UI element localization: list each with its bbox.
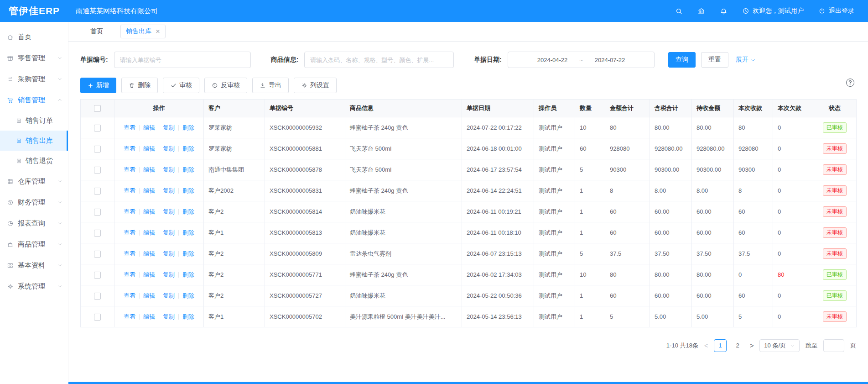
export-button[interactable]: 导出	[252, 78, 289, 93]
next-page-button[interactable]: >	[750, 342, 754, 349]
view-link[interactable]: 查看	[124, 229, 135, 237]
sidebar-item-basic[interactable]: 基本资料	[0, 255, 68, 276]
row-checkbox[interactable]	[94, 125, 101, 132]
delete-link[interactable]: 删除	[182, 124, 194, 132]
chevron-down-icon	[57, 76, 62, 82]
copy-link[interactable]: 复制	[163, 229, 175, 237]
expand-button[interactable]: 展开	[736, 56, 756, 64]
delete-link[interactable]: 删除	[182, 166, 194, 174]
delete-link[interactable]: 删除	[182, 187, 194, 195]
delete-link[interactable]: 删除	[182, 271, 194, 279]
delete-link[interactable]: 删除	[182, 313, 194, 321]
page-button-2[interactable]: 2	[731, 339, 744, 352]
logout-button[interactable]: 退出登录	[818, 7, 854, 15]
close-icon[interactable]: ✕	[156, 28, 160, 35]
copy-link[interactable]: 复制	[163, 166, 175, 174]
header-checkbox-cell	[81, 100, 114, 117]
row-checkbox[interactable]	[94, 230, 101, 237]
edit-link[interactable]: 编辑	[143, 208, 155, 216]
copy-link[interactable]: 复制	[163, 145, 175, 153]
copy-link[interactable]: 复制	[163, 187, 175, 195]
sidebar-subitem[interactable]: 销售订单	[0, 110, 68, 131]
view-link[interactable]: 查看	[124, 166, 135, 174]
view-link[interactable]: 查看	[124, 145, 135, 153]
edit-link[interactable]: 编辑	[143, 271, 155, 279]
unaudit-button[interactable]: 反审核	[204, 78, 247, 93]
column-settings-button[interactable]: 列设置	[294, 78, 337, 93]
delete-link[interactable]: 删除	[182, 250, 194, 258]
cell-amount-tax: 60.00	[650, 222, 692, 243]
row-checkbox[interactable]	[94, 314, 101, 321]
select-all-checkbox[interactable]	[94, 105, 101, 112]
sidebar-item-product[interactable]: 商品管理	[0, 234, 68, 255]
sidebar-item-system[interactable]: 系统管理	[0, 276, 68, 297]
sidebar-item-finance[interactable]: 财务管理	[0, 192, 68, 213]
welcome-user[interactable]: 欢迎您，测试用户	[742, 7, 804, 15]
row-checkbox[interactable]	[94, 251, 101, 258]
view-link[interactable]: 查看	[124, 208, 135, 216]
doc-icon	[16, 118, 22, 124]
row-checkbox[interactable]	[94, 293, 101, 300]
search-button[interactable]: 查询	[668, 52, 696, 68]
cell-operator: 测试用户	[534, 243, 575, 264]
view-link[interactable]: 查看	[124, 271, 135, 279]
delete-link[interactable]: 删除	[182, 292, 194, 300]
edit-link[interactable]: 编辑	[143, 292, 155, 300]
copy-link[interactable]: 复制	[163, 313, 175, 321]
tab-首页[interactable]: 首页	[90, 27, 103, 36]
edit-link[interactable]: 编辑	[143, 124, 155, 132]
row-checkbox[interactable]	[94, 209, 101, 216]
copy-link[interactable]: 复制	[163, 271, 175, 279]
row-checkbox[interactable]	[94, 167, 101, 174]
row-checkbox[interactable]	[94, 272, 101, 279]
view-link[interactable]: 查看	[124, 292, 135, 300]
prev-page-button[interactable]: <	[704, 342, 708, 349]
delete-link[interactable]: 删除	[182, 145, 194, 153]
edit-link[interactable]: 编辑	[143, 313, 155, 321]
view-link[interactable]: 查看	[124, 124, 135, 132]
bank-icon[interactable]	[697, 7, 705, 15]
cell-customer: 客户2	[204, 264, 265, 285]
filter-row: 单据编号: 商品信息: 单据日期: 2024-04-22 ~ 2024-07-2…	[80, 52, 856, 68]
copy-link[interactable]: 复制	[163, 124, 175, 132]
copy-link[interactable]: 复制	[163, 208, 175, 216]
jump-page-input[interactable]	[823, 339, 844, 352]
delete-button[interactable]: 删除	[121, 78, 158, 93]
sidebar-item-report[interactable]: 报表查询	[0, 213, 68, 234]
copy-link[interactable]: 复制	[163, 292, 175, 300]
delete-link[interactable]: 删除	[182, 208, 194, 216]
edit-link[interactable]: 编辑	[143, 250, 155, 258]
search-icon[interactable]	[675, 7, 683, 15]
bell-icon[interactable]	[720, 7, 728, 15]
cell-received: 60	[734, 222, 773, 243]
edit-link[interactable]: 编辑	[143, 187, 155, 195]
sidebar-item-purchase[interactable]: 采购管理	[0, 68, 68, 89]
product-info-input[interactable]	[304, 52, 454, 68]
audit-button[interactable]: 审核	[163, 78, 199, 93]
delete-link[interactable]: 删除	[182, 229, 194, 237]
edit-link[interactable]: 编辑	[143, 229, 155, 237]
row-checkbox[interactable]	[94, 188, 101, 195]
view-link[interactable]: 查看	[124, 250, 135, 258]
edit-link[interactable]: 编辑	[143, 145, 155, 153]
sidebar-item-sales[interactable]: 销售管理	[0, 89, 68, 110]
order-no-input[interactable]	[114, 52, 251, 68]
reset-button[interactable]: 重置	[701, 52, 728, 68]
tab-销售出库[interactable]: 销售出库✕	[120, 25, 166, 38]
sidebar-subitem-label: 销售订单	[26, 116, 53, 125]
view-link[interactable]: 查看	[124, 313, 135, 321]
date-range-picker[interactable]: 2024-04-22 ~ 2024-07-22	[508, 52, 655, 68]
edit-link[interactable]: 编辑	[143, 166, 155, 174]
row-checkbox[interactable]	[94, 146, 101, 153]
page-size-select[interactable]: 10 条/页	[759, 339, 800, 352]
help-icon[interactable]: ?	[846, 79, 854, 87]
sidebar-subitem[interactable]: 销售出库	[0, 131, 68, 151]
sidebar-item-warehouse[interactable]: 仓库管理	[0, 171, 68, 192]
sidebar-subitem[interactable]: 销售退货	[0, 151, 68, 171]
page-button-1[interactable]: 1	[714, 339, 727, 352]
view-link[interactable]: 查看	[124, 187, 135, 195]
add-button[interactable]: 新增	[80, 78, 116, 93]
sidebar-item-home[interactable]: 首页	[0, 26, 68, 47]
sidebar-item-retail[interactable]: 零售管理	[0, 47, 68, 68]
copy-link[interactable]: 复制	[163, 250, 175, 258]
